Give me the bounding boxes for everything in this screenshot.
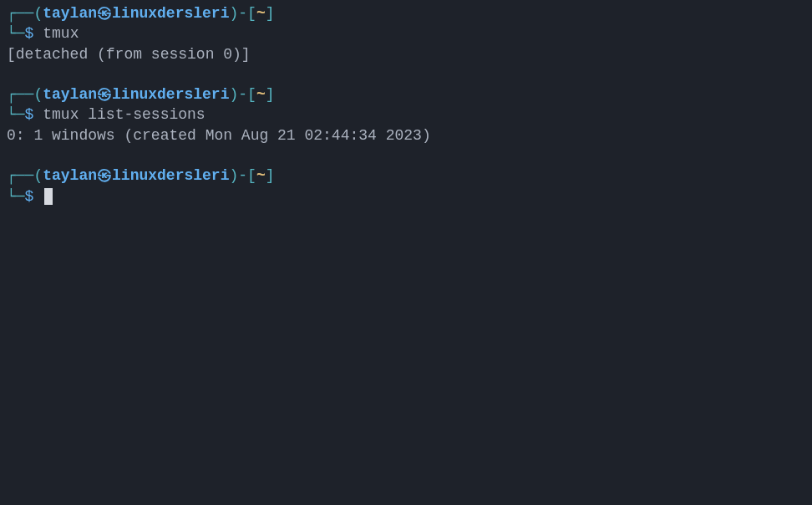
paren-open: (: [33, 5, 43, 22]
box-corner-top: ┌──: [7, 5, 33, 22]
command-text: tmux: [43, 25, 79, 42]
bracket-open: [: [247, 5, 256, 22]
paren-close: ): [229, 167, 238, 184]
bracket-open: [: [247, 167, 256, 184]
box-corner-bottom: └─: [7, 106, 25, 123]
dollar-sign: $: [25, 188, 34, 205]
box-corner-bottom: └─: [7, 188, 25, 205]
prompt-bottom-line[interactable]: └─$: [7, 186, 805, 207]
prompt-user: taylan: [43, 86, 97, 103]
prompt-host: linuxdersleri: [112, 5, 229, 22]
dollar-sign: $: [25, 25, 34, 42]
dash: -: [238, 5, 247, 22]
skull-icon: ㉿: [97, 5, 112, 22]
prompt-top-line: ┌──(taylan㉿linuxdersleri)-[~]: [7, 84, 805, 105]
prompt-top-line: ┌──(taylan㉿linuxdersleri)-[~]: [7, 3, 805, 23]
dash: -: [238, 86, 247, 103]
prompt-host: linuxdersleri: [112, 86, 229, 103]
skull-icon: ㉿: [97, 86, 112, 103]
dollar-sign: $: [25, 106, 34, 123]
command-text: tmux list-sessions: [43, 106, 205, 123]
prompt-bottom-line: └─$ tmux list-sessions: [7, 105, 805, 125]
prompt-block-active: ┌──(taylan㉿linuxdersleri)-[~] └─$: [7, 166, 805, 207]
prompt-cwd: ~: [256, 5, 266, 22]
box-corner-top: ┌──: [7, 86, 33, 103]
bracket-close: ]: [266, 86, 275, 103]
paren-close: ): [229, 86, 238, 103]
command-output: 0: 1 windows (created Mon Aug 21 02:44:3…: [7, 125, 805, 145]
paren-close: ): [229, 5, 238, 22]
prompt-block: ┌──(taylan㉿linuxdersleri)-[~] └─$ tmux l…: [7, 84, 805, 145]
prompt-block: ┌──(taylan㉿linuxdersleri)-[~] └─$ tmux […: [7, 3, 805, 64]
box-corner-bottom: └─: [7, 25, 25, 42]
command-output: [detached (from session 0)]: [7, 44, 805, 64]
prompt-top-line: ┌──(taylan㉿linuxdersleri)-[~]: [7, 166, 805, 186]
bracket-close: ]: [266, 167, 275, 184]
bracket-close: ]: [266, 5, 275, 22]
paren-open: (: [33, 167, 43, 184]
box-corner-top: ┌──: [7, 167, 33, 184]
paren-open: (: [33, 86, 43, 103]
prompt-bottom-line: └─$ tmux: [7, 23, 805, 43]
terminal-content[interactable]: ┌──(taylan㉿linuxdersleri)-[~] └─$ tmux […: [7, 3, 805, 207]
bracket-open: [: [247, 86, 256, 103]
prompt-cwd: ~: [256, 167, 266, 184]
prompt-user: taylan: [43, 5, 97, 22]
prompt-host: linuxdersleri: [112, 167, 229, 184]
dash: -: [238, 167, 247, 184]
cursor-icon: [44, 188, 53, 205]
prompt-user: taylan: [43, 167, 97, 184]
skull-icon: ㉿: [97, 167, 112, 184]
prompt-cwd: ~: [256, 86, 266, 103]
